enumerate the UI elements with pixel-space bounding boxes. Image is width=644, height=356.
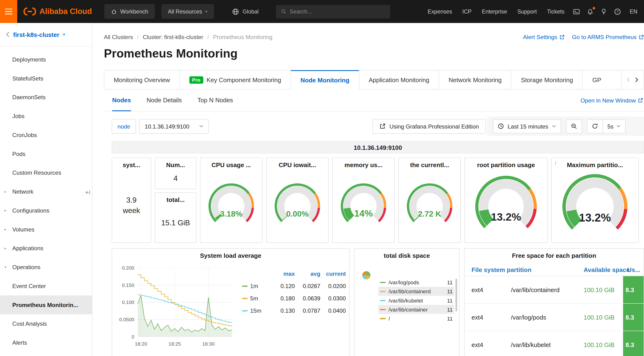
breadcrumb-cluster[interactable]: Cluster: first-k8s-cluster [143, 34, 203, 40]
tab-gpu-monitoring[interactable]: GP [582, 70, 621, 89]
subtab-nodes[interactable]: Nodes [112, 89, 131, 111]
all-resources-dropdown[interactable]: All Resources ▾ [161, 4, 214, 19]
disk-legend-item[interactable]: /var/log/pods11 [378, 278, 454, 287]
tab-application-monitoring[interactable]: Application Monitoring [359, 70, 439, 89]
disk-legend: /var/log/pods11 /var/lib/containerd11 /v… [378, 278, 454, 323]
dashboard-controls: node 10.1.36.149:9100 Using Grafana Prof… [104, 116, 644, 136]
cloud-shell-icon[interactable] [573, 8, 580, 15]
sidebar-item-pods[interactable]: Pods [0, 144, 92, 163]
tab-monitoring-overview[interactable]: Monitoring Overview [104, 70, 180, 89]
legend-series-5m[interactable]: 5m [242, 295, 270, 302]
cluster-name[interactable]: first-k8s-cluster [13, 31, 59, 38]
column-header-available-space[interactable]: Available space [584, 266, 623, 273]
sidebar-item-prometheus-monitoring[interactable]: Prometheus Monitorin... [0, 295, 92, 314]
series-swatch [242, 286, 248, 287]
legend-series-1m[interactable]: 1m [242, 283, 270, 289]
legend-scrollbar[interactable] [456, 279, 457, 312]
open-in-new-window-link[interactable]: Open in New Window [580, 97, 643, 104]
tab-key-component-monitoring[interactable]: ProKey Component Monitoring [179, 70, 291, 89]
info-icon[interactable]: i [555, 160, 556, 166]
zoom-out-icon[interactable] [566, 119, 582, 133]
disk-legend-item[interactable]: /var/lib/containerd11 [378, 287, 454, 296]
globe-icon [232, 8, 239, 15]
column-header-used[interactable]: Us... [623, 266, 644, 273]
notifications-bell-icon[interactable] [587, 8, 594, 15]
sidebar-item-alerts[interactable]: Alerts [0, 333, 92, 352]
tab-scroll-left-icon[interactable] [627, 77, 630, 83]
used-percentage-cell: 8.3 [623, 304, 644, 331]
support-link[interactable]: Support [518, 8, 537, 15]
alibaba-cloud-logo[interactable]: Alibaba Cloud [23, 7, 92, 16]
sidebar-item-operations[interactable]: ▾Operations [0, 258, 92, 277]
sidebar-item-deployments[interactable]: Deployments [0, 50, 92, 69]
hamburger-menu-icon[interactable] [0, 0, 17, 23]
topbar-right-nav: Expenses ICP Enterprise Support Tickets … [428, 8, 644, 15]
disk-legend-item[interactable]: /11 [378, 314, 454, 323]
sidebar-item-configurations[interactable]: ▸Configurations [0, 201, 92, 220]
panel-current-connections: the currentl... 2.72 K [398, 158, 460, 243]
legend-header-current[interactable]: current [320, 270, 346, 277]
arms-prometheus-link[interactable]: Go to ARMS Prometheus [572, 34, 644, 40]
tickets-link[interactable]: Tickets [547, 8, 564, 15]
legend-series-15m[interactable]: 15m [242, 307, 270, 314]
x-axis-label: 18:30 [200, 341, 218, 347]
panel-title: CPU iowait... [266, 158, 328, 168]
sidebar-item-cost-analysis[interactable]: Cost Analysis [0, 314, 92, 333]
panel-cpu-count: Num... 4 [155, 158, 196, 189]
lightbulb-icon[interactable] [601, 8, 607, 15]
sidebar-item-daemonsets[interactable]: DaemonSets [0, 88, 92, 107]
panel-title: memory us... [333, 158, 394, 168]
alert-settings-link[interactable]: Alert Settings [523, 34, 565, 40]
home-icon [111, 8, 117, 15]
refresh-icon[interactable] [587, 119, 602, 133]
panel-title: Free space for each partition [464, 249, 644, 259]
workbench-button[interactable]: Workbench [104, 4, 155, 19]
subtab-top-n-nodes[interactable]: Top N Nodes [197, 89, 233, 111]
legend-header-avg[interactable]: avg [295, 270, 320, 277]
node-instance-dropdown[interactable]: 10.1.36.149:9100 [139, 119, 209, 133]
cluster-dropdown-icon[interactable]: ▾ [63, 33, 65, 36]
disk-legend-item[interactable]: /var/lib/kubelet11 [378, 296, 454, 305]
time-range-picker[interactable]: Last 15 minutes [493, 119, 561, 133]
help-icon[interactable]: ? [614, 8, 621, 15]
search-input[interactable] [290, 8, 385, 15]
panel-memory-usage: memory us... 14% [332, 158, 394, 243]
expenses-link[interactable]: Expenses [428, 8, 452, 15]
sidebar-item-statefulsets[interactable]: StatefulSets [0, 69, 92, 88]
sidebar-collapse-icon[interactable] [85, 190, 91, 195]
sidebar-item-volumes[interactable]: ▸Volumes [0, 220, 92, 239]
breadcrumb-all-clusters[interactable]: All Clusters [104, 34, 133, 40]
region-selector[interactable]: Global [232, 8, 259, 15]
tab-node-monitoring[interactable]: Node Monitoring [290, 70, 359, 89]
tab-scroll-right-icon[interactable] [635, 77, 638, 83]
panel-root-partition-usage: root partition usage 13.2% [464, 158, 547, 243]
series-swatch [380, 291, 386, 292]
grafana-pro-button[interactable]: Using Grafana Professional Edition [372, 119, 486, 133]
breadcrumb-current: Prometheus Monitoring [213, 34, 272, 40]
external-link-icon [560, 34, 565, 40]
subtab-node-details[interactable]: Node Details [147, 89, 182, 111]
enterprise-link[interactable]: Enterprise [482, 8, 507, 15]
sidebar-item-cronjobs[interactable]: CronJobs [0, 125, 92, 144]
refresh-controls: 5s [587, 119, 626, 133]
sidebar-item-custom-resources[interactable]: Custom Resources [0, 163, 92, 182]
dashboard-row-header[interactable]: 10.1.36.149:9100 [112, 141, 644, 153]
sidebar-item-jobs[interactable]: Jobs [0, 107, 92, 126]
panel-cpu-usage: CPU usage ... 3.18% [200, 158, 262, 243]
sidebar-item-event-center[interactable]: Event Center [0, 277, 92, 295]
column-header-file-system-partition[interactable]: File system partition [464, 266, 584, 273]
language-selector[interactable]: EN [630, 8, 638, 15]
disk-legend-item[interactable]: /var/lib/container11 [378, 305, 454, 314]
search-box[interactable] [276, 5, 390, 18]
refresh-interval-dropdown[interactable]: 5s [603, 119, 625, 133]
icp-link[interactable]: ICP [462, 8, 472, 15]
tab-storage-monitoring[interactable]: Storage Monitoring [511, 70, 583, 89]
legend-row: 1m 0.120 0.0267 0.0200 [242, 280, 346, 292]
panel-title: total disk space [354, 249, 459, 259]
back-icon[interactable] [6, 31, 10, 37]
tab-network-monitoring[interactable]: Network Monitoring [439, 70, 512, 89]
legend-header-max[interactable]: max [270, 270, 295, 277]
sidebar-item-applications[interactable]: ▸Applications [0, 239, 92, 258]
sidebar-item-network[interactable]: ▸Network [0, 182, 92, 201]
sidebar: first-k8s-cluster ▾ Deployments Stateful… [0, 23, 92, 356]
